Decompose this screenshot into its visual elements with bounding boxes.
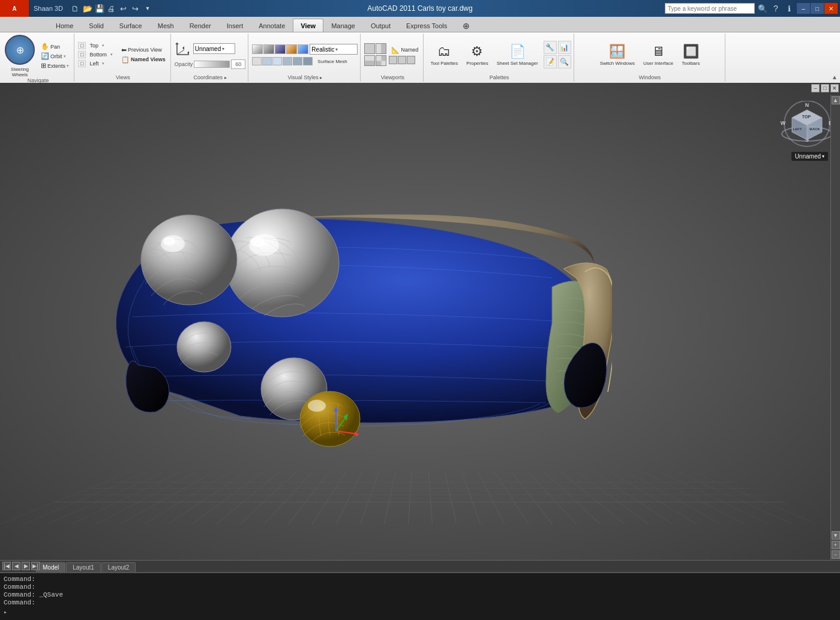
tab-annotate[interactable]: Annotate <box>251 19 293 32</box>
vs-extra-4[interactable] <box>283 57 292 65</box>
opacity-slider[interactable] <box>194 61 230 68</box>
tab-layout1[interactable]: Layout1 <box>66 562 101 572</box>
side-sphere-small <box>177 322 231 372</box>
vs-extra-2[interactable] <box>262 57 272 65</box>
maximize-btn[interactable]: □ <box>811 3 824 14</box>
vp-btn-2[interactable] <box>398 56 406 64</box>
viewport-two-vert[interactable] <box>376 43 386 54</box>
qat-new[interactable]: 🗋 <box>70 3 81 14</box>
tab-mesh[interactable]: Mesh <box>150 19 182 32</box>
title-bar: A Shaan 3D 🗋 📂 💾 🖨 ↩ ↪ ▼ AutoCAD 2011 Ca… <box>0 0 840 17</box>
qat-open[interactable]: 📂 <box>82 3 93 14</box>
vs-hidden[interactable] <box>275 44 286 54</box>
scroll-right-btn[interactable]: + <box>832 541 840 549</box>
tab-last-btn[interactable]: ▶| <box>31 562 40 570</box>
svg-line-2 <box>177 50 184 55</box>
svg-text:N: N <box>805 102 809 108</box>
properties-btn[interactable]: ⚙ Properties <box>463 38 491 71</box>
tab-output[interactable]: Output <box>363 19 398 32</box>
vs-conceptual[interactable] <box>298 44 308 54</box>
vp-btn-1[interactable] <box>389 56 397 64</box>
vp-close-btn[interactable]: ✕ <box>830 84 839 92</box>
toolbars-btn[interactable]: 🔲 Toolbars <box>679 38 703 71</box>
qat-save[interactable]: 💾 <box>94 3 105 14</box>
visual-style-combo[interactable]: Realistic ▾ <box>310 44 358 55</box>
tab-next-btn[interactable]: ▶ <box>22 562 30 570</box>
orbit-btn[interactable]: 🔄Orbit ▾ <box>38 52 71 61</box>
ribbon-collapse-btn[interactable]: ▲ <box>832 34 838 82</box>
command-input-area[interactable]: ▸ <box>4 609 836 616</box>
tab-home[interactable]: Home <box>48 19 81 32</box>
ucs-combo[interactable]: Unnamed ▾ <box>193 43 235 54</box>
vs-realistic[interactable] <box>286 44 297 54</box>
close-btn[interactable]: ✕ <box>824 3 838 14</box>
palette-btn-5[interactable]: 📊 <box>558 41 571 54</box>
search-input[interactable] <box>665 3 755 14</box>
vs-extra-3[interactable] <box>272 57 282 65</box>
autocad-logo[interactable]: A <box>0 0 29 17</box>
tab-manage[interactable]: Manage <box>323 19 363 32</box>
viewport-four[interactable] <box>376 55 386 66</box>
tab-render[interactable]: Render <box>182 19 219 32</box>
bottom-view-btn[interactable]: Bottom <box>87 50 109 59</box>
ucs-icon <box>175 40 191 57</box>
tab-model[interactable]: Model <box>36 562 65 572</box>
surface-mesh-btn[interactable]: Surface Mesh <box>315 57 349 65</box>
steering-wheels-btn[interactable]: ⊕ <box>5 35 35 65</box>
vp-btn-3[interactable] <box>407 56 415 64</box>
tab-insert[interactable]: Insert <box>219 19 251 32</box>
view-icon-top: □ <box>78 42 86 49</box>
command-input[interactable] <box>7 609 836 616</box>
vp-minimize-btn[interactable]: – <box>811 84 820 92</box>
vs-wireframe[interactable] <box>263 44 274 54</box>
back-headlight-large <box>141 215 237 305</box>
scroll-down-btn[interactable]: ▼ <box>832 531 840 540</box>
coordinates-group: Unnamed ▾ Opacity 60 Coordinates ▸ <box>172 34 249 82</box>
named-views-btn[interactable]: 📋 Named Views <box>119 55 168 64</box>
tab-extra[interactable]: ⊕ <box>455 19 478 32</box>
viewport-single[interactable] <box>364 43 375 54</box>
palette-btn-6[interactable]: 📝 <box>544 55 557 68</box>
switch-windows-btn[interactable]: 🪟 Switch Windows <box>597 38 638 71</box>
tab-prev-btn[interactable]: ◀ <box>12 562 20 570</box>
palette-btn-4[interactable]: 🔧 <box>544 41 557 54</box>
scroll-minus-btn[interactable]: − <box>832 550 840 559</box>
svg-marker-5 <box>182 46 184 50</box>
qat-more[interactable]: ▼ <box>142 3 153 14</box>
search-btn[interactable]: 🔍 <box>757 3 768 14</box>
minimize-btn[interactable]: – <box>797 3 810 14</box>
viewport-two-horiz[interactable] <box>364 55 375 66</box>
qat-print[interactable]: 🖨 <box>106 3 117 14</box>
extents-btn[interactable]: ⊞Extents ▾ <box>38 61 71 70</box>
scroll-up-btn[interactable]: ▲ <box>832 96 840 104</box>
left-view-btn[interactable]: Left <box>87 59 101 68</box>
vs-extra-1[interactable] <box>252 57 262 65</box>
tab-express[interactable]: Express Tools <box>398 19 455 32</box>
user-interface-btn[interactable]: 🖥 User Interface <box>640 38 676 71</box>
vs-2d-wireframe[interactable] <box>252 44 263 54</box>
help-btn[interactable]: ? <box>770 3 781 14</box>
named-viewports-btn[interactable]: 📐Named <box>389 46 421 55</box>
qat-redo[interactable]: ↪ <box>130 3 141 14</box>
sheet-set-btn[interactable]: 📄 Sheet Set Manager <box>494 38 541 71</box>
tab-solid[interactable]: Solid <box>81 19 111 32</box>
layout-tab-bar: Model Layout1 Layout2 |◀ ◀ ▶ ▶| <box>0 560 840 572</box>
svg-point-11 <box>163 237 175 245</box>
tab-view[interactable]: View <box>293 19 323 32</box>
previous-view-btn[interactable]: ⬅ Previous View <box>119 46 168 55</box>
qat-undo[interactable]: ↩ <box>118 3 129 14</box>
vs-extra-5[interactable] <box>293 57 302 65</box>
vp-restore-btn[interactable]: □ <box>821 84 829 92</box>
pan-btn[interactable]: ✋Pan <box>38 42 71 51</box>
vs-extra-6[interactable] <box>303 57 313 65</box>
nav-cube[interactable]: N S W E TOP BACK LEFT <box>780 101 828 149</box>
right-scrollbar[interactable]: ▲ ▼ + − <box>830 95 840 560</box>
viewport-label[interactable]: Unnamed ▾ <box>791 152 828 161</box>
palette-btn-7[interactable]: 🔍 <box>558 55 571 68</box>
tool-palettes-btn[interactable]: 🗂 Tool Palettes <box>427 38 461 71</box>
tab-surface[interactable]: Surface <box>112 19 150 32</box>
tab-first-btn[interactable]: |◀ <box>2 562 11 570</box>
tab-layout2[interactable]: Layout2 <box>101 562 136 572</box>
info-btn[interactable]: ℹ <box>784 3 794 14</box>
top-view-btn[interactable]: Top <box>87 41 101 50</box>
